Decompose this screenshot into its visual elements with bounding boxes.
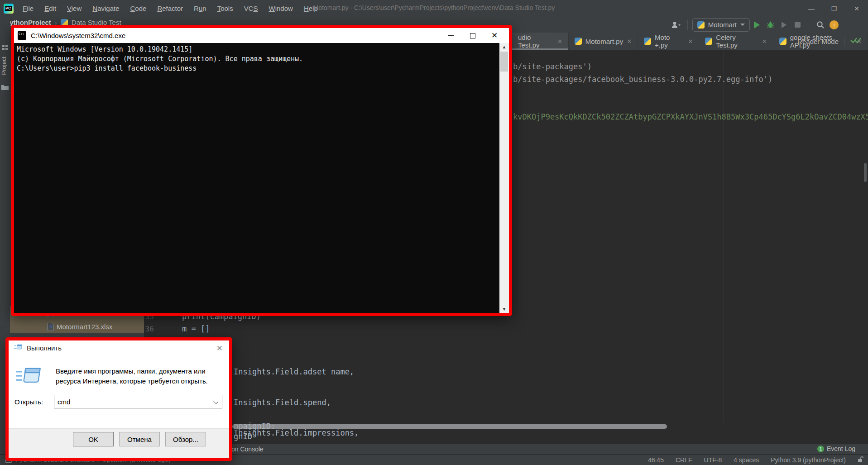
python-icon	[779, 38, 786, 45]
project-toolwindow-tab[interactable]: Project	[0, 57, 10, 75]
cmd-console[interactable]: Microsoft Windows [Version 10.0.19042.14…	[14, 43, 499, 313]
menu-window[interactable]: Window	[264, 3, 297, 14]
tab-celery-test[interactable]: Celery Test.py	[699, 33, 773, 50]
reader-mode-label[interactable]: Reader Mode	[797, 38, 839, 45]
code-token-line[interactable]: kvDKOjP9esKcQkKDZCk502ZCZAtbypGZCPXkAYXJ…	[513, 112, 868, 121]
menu-run[interactable]: Run	[189, 3, 211, 14]
python-icon	[697, 21, 705, 29]
cmd-maximize-icon[interactable]	[462, 28, 484, 43]
restore-icon[interactable]: ❐	[823, 0, 845, 17]
menu-code[interactable]: Code	[126, 3, 151, 14]
chevron-down-icon[interactable]	[213, 399, 218, 404]
open-label: Открыть:	[14, 398, 43, 406]
tab-moto-plus[interactable]: Moto +.py	[638, 33, 699, 50]
pycharm-logo-icon	[4, 4, 14, 14]
chevron-down-icon	[740, 24, 745, 26]
project-row-xlsx[interactable]: ? Motormart123.xlsx	[10, 320, 144, 333]
run-dialog-footer: OK Отмена Обзор...	[9, 428, 229, 458]
right-margin-guide	[724, 50, 724, 423]
menu-file[interactable]: File	[18, 3, 38, 14]
tab-label: udio Test.py	[518, 34, 554, 49]
console-line: Microsoft Windows [Version 10.0.19042.14…	[17, 45, 499, 54]
menu-vcs[interactable]: VCS	[240, 3, 263, 14]
run-dialog-big-icon	[14, 365, 42, 388]
interpreter[interactable]: Python 3.9 (pythonProject)	[771, 456, 846, 464]
event-count-badge: 1	[817, 446, 824, 452]
cmd-close-icon[interactable]: ✕	[484, 28, 505, 43]
user-icon[interactable]	[669, 19, 683, 31]
cmd-titlebar[interactable]: C:\Windows\system32\cmd.exe ✕	[14, 28, 509, 43]
debug-button[interactable]	[763, 19, 777, 31]
screen: File Edit View Navigate Code Refactor Ru…	[0, 0, 868, 465]
dialog-close-icon[interactable]: ✕	[216, 344, 223, 353]
close-icon[interactable]: ✕	[845, 0, 868, 17]
indent-setting[interactable]: 4 spaces	[734, 456, 759, 464]
tab-label: Celery Test.py	[716, 34, 758, 49]
search-icon[interactable]	[814, 19, 827, 31]
run-button[interactable]	[750, 19, 763, 31]
cmd-window[interactable]: C:\Windows\system32\cmd.exe ✕ Microsoft …	[11, 25, 512, 316]
unlock-icon[interactable]	[858, 456, 863, 464]
tab-data-studio-test[interactable]: udio Test.py	[512, 33, 569, 50]
menu-help[interactable]: Help	[299, 3, 322, 14]
inspections-ok-icon[interactable]	[850, 37, 862, 46]
menu-tools[interactable]: Tools	[213, 3, 238, 14]
update-available-icon[interactable]: ↑	[827, 19, 841, 31]
scroll-up-icon[interactable]: ▲	[499, 43, 509, 51]
line-separator[interactable]: CRLF	[676, 456, 692, 464]
caret-position[interactable]: 46:45	[648, 456, 664, 464]
cmd-scrollbar[interactable]: ▲ ▼	[499, 43, 509, 313]
run-dialog-titlebar[interactable]: Выполнить ✕	[9, 340, 229, 355]
menu-navigate[interactable]: Navigate	[88, 3, 124, 14]
code-right-line-2[interactable]: b/site-packages/facebook_business-3.0.0-…	[513, 75, 772, 84]
code-right-line-1[interactable]: b/site-packages')	[513, 62, 592, 71]
browse-button[interactable]: Обзор...	[165, 432, 206, 446]
event-log-label: Event Log	[827, 445, 855, 452]
main-menu: File Edit View Navigate Code Refactor Ru…	[18, 3, 322, 14]
cmd-title: C:\Windows\system32\cmd.exe	[31, 32, 125, 39]
unknown-file-icon: ?	[47, 323, 54, 331]
run-config-name: Motomart	[708, 21, 737, 29]
event-log-button[interactable]: 1 Event Log	[817, 445, 855, 452]
console-line: C:\Users\user>pip3 install facebook-busi…	[17, 64, 499, 73]
pycharm-titlebar: File Edit View Navigate Code Refactor Ru…	[0, 0, 868, 17]
menu-refactor[interactable]: Refactor	[153, 3, 187, 14]
run-coverage-button[interactable]	[777, 19, 791, 31]
tab-label: Moto +.py	[655, 34, 684, 49]
python-icon	[705, 38, 712, 45]
menu-edit[interactable]: Edit	[40, 3, 61, 14]
tab-close-icon[interactable]	[557, 38, 562, 44]
stop-button[interactable]	[791, 19, 804, 31]
tab-close-icon[interactable]	[762, 38, 767, 44]
run-dialog-title: Выполнить	[27, 344, 62, 352]
tab-close-icon[interactable]	[688, 38, 693, 44]
code-fragment-gnid: gnID	[234, 432, 252, 441]
cancel-button[interactable]: Отмена	[119, 432, 160, 446]
run-dialog-message: Введите имя программы, папки, документа …	[56, 366, 219, 386]
scrollbar-thumb[interactable]	[500, 52, 508, 72]
minimize-icon[interactable]: —	[800, 0, 823, 17]
horizontal-scrollbar[interactable]	[232, 424, 667, 429]
python-console-tab[interactable]: on Console	[231, 446, 264, 453]
console-line: (c) Корпорация Майкрософт (Microsoft Cor…	[17, 54, 499, 64]
cmd-icon	[18, 31, 26, 40]
folder-icon[interactable]	[1, 84, 9, 92]
cmd-minimize-icon[interactable]	[440, 28, 462, 43]
tab-close-icon[interactable]	[627, 38, 632, 44]
code-line: Insights.Field.adset_name,	[234, 366, 359, 379]
scroll-down-icon[interactable]: ▼	[499, 305, 509, 313]
menu-view[interactable]: View	[62, 3, 86, 14]
file-encoding[interactable]: UTF-8	[704, 456, 722, 464]
tab-motomart[interactable]: Motomart.py	[569, 33, 638, 50]
grid-icon[interactable]	[2, 44, 8, 52]
run-dialog[interactable]: Выполнить ✕ Введите имя программы, папки…	[5, 337, 232, 461]
code-line-36[interactable]: m = []	[182, 324, 210, 333]
run-config-selector[interactable]: Motomart	[692, 18, 750, 32]
tab-label: Motomart.py	[585, 38, 623, 45]
vertical-scrollbar-thumb[interactable]	[864, 163, 867, 182]
svg-text:?: ?	[49, 325, 52, 330]
project-file-label: Motormart123.xlsx	[57, 323, 112, 331]
open-combobox[interactable]: cmd	[54, 395, 222, 408]
ok-button[interactable]: OK	[73, 432, 114, 446]
code-line: Insights.Field.spend,	[234, 397, 359, 409]
